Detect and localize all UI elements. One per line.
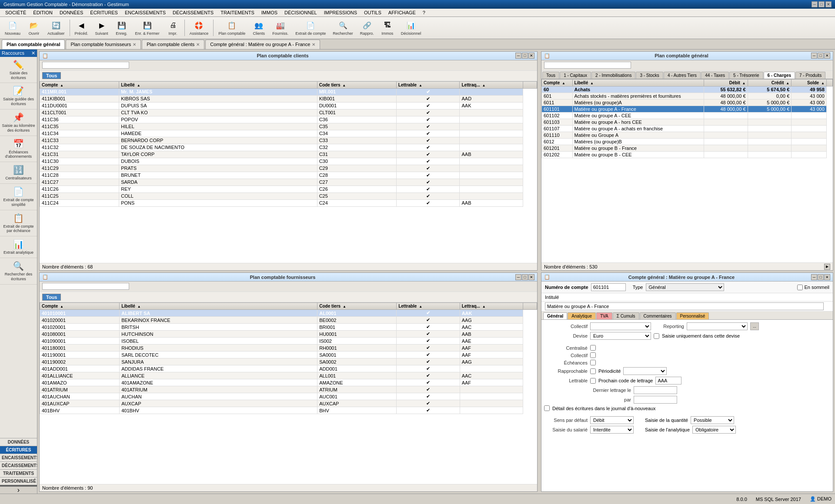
compte-detail-maximize-button[interactable]: □: [818, 274, 824, 280]
menu-edition[interactable]: ÉDITION: [30, 9, 56, 16]
plan-tab-tous[interactable]: Tous: [542, 72, 559, 79]
par-input[interactable]: [634, 396, 677, 404]
fournisseurs-col-lettraq[interactable]: Lettraq... ▲: [460, 303, 523, 310]
compte-detail-tab-cumuls[interactable]: Σ Cumuls: [613, 312, 639, 319]
fournisseurs-table-row[interactable]: 401020001 BRITSH BRI001 ✔ AAC: [40, 324, 537, 331]
clients-table-row[interactable]: 411C29 PRATS C29 ✔: [40, 165, 537, 172]
sidebar-section-donnees[interactable]: DONNÉES: [0, 438, 37, 446]
save-button[interactable]: 💾 Enreg.: [112, 18, 131, 38]
menu-donnees[interactable]: DONNÉES: [56, 9, 87, 16]
plan-general-table-scroll[interactable]: Compte ▲ Libellé ▲ Débit ▲ Crédit ▲ Sold…: [541, 79, 833, 262]
clients-table-row[interactable]: 411KIB001 KIBROS SAS KIB001 ✔ AAD: [40, 95, 537, 102]
fournisseurs-table-row[interactable]: 401080001 HUTCHINSON HU0001 ✔ AAB: [40, 331, 537, 338]
clients-filter-tous[interactable]: Tous: [42, 72, 61, 79]
intitule-input[interactable]: [545, 302, 824, 310]
plan-tab-stocks[interactable]: 3 - Stocks: [636, 72, 663, 79]
plan-table-row[interactable]: 601 Achats stockés - matières premières …: [542, 93, 833, 99]
clients-table-row[interactable]: 411C26 REY C26 ✔: [40, 186, 537, 192]
menu-help[interactable]: ?: [419, 9, 429, 16]
plan-tab-taxes[interactable]: 44 - Taxes: [701, 72, 729, 79]
fournisseurs-col-lettrable[interactable]: Lettrable ▲: [397, 303, 460, 310]
plan-tab-capitaux[interactable]: 1 - Capitaux: [560, 72, 591, 79]
menu-decisionnel[interactable]: DÉCISIONNEL: [281, 9, 321, 16]
detail-ecritures-checkbox[interactable]: [544, 405, 550, 411]
fournisseurs-table-row[interactable]: 401AUCHAN AUCHAN AUC001 ✔: [40, 393, 537, 400]
plan-table-row[interactable]: 601110 Matière ou Groupe A: [542, 132, 833, 138]
plan-general-maximize-button[interactable]: □: [818, 53, 824, 59]
clients-table-row[interactable]: 411CLT001 CLT TVA KO CLT001 ✔: [40, 109, 537, 116]
next-button[interactable]: ▶ Suivant: [92, 18, 111, 38]
clients-table-row[interactable]: 411C27 SARDA C27 ✔: [40, 179, 537, 186]
fourniss-button[interactable]: 🏭 Fourniss.: [269, 18, 291, 38]
sidebar-item-extrait-analytique[interactable]: 📊 Extrait analytique: [0, 236, 37, 258]
saisie-analytique-select[interactable]: Obligatoire: [692, 426, 736, 434]
fournisseurs-search-input[interactable]: [42, 283, 129, 290]
fournisseurs-table-row[interactable]: 401180001 RHODIUS RH0001 ✔ AAF: [40, 345, 537, 351]
sidebar-close-icon[interactable]: ✕: [31, 50, 35, 56]
extrait-compte-button[interactable]: 📄 Extrait de compte: [292, 18, 329, 38]
compte-detail-tab-personnalise[interactable]: Personnalisé: [676, 312, 709, 319]
refresh-button[interactable]: 🔄 Actualiser: [44, 18, 68, 38]
fournisseurs-col-compte[interactable]: Compte ▲: [40, 303, 120, 310]
sidebar-item-echeances[interactable]: 📅 Échéances d'abonnements: [0, 136, 37, 162]
sidebar-item-saisie-km[interactable]: 📌 Saisie au kilomètre des écritures: [0, 109, 37, 136]
maximize-button[interactable]: □: [818, 1, 825, 7]
plan-tab-produits[interactable]: 7 - Produits: [795, 72, 825, 79]
clients-col-lettrable[interactable]: Lettrable ▲: [396, 81, 460, 88]
menu-ecritures[interactable]: ÉCRITURES: [87, 9, 121, 16]
plan-tab-autres-tiers[interactable]: 4 - Autres Tiers: [664, 72, 701, 79]
sens-select[interactable]: Débit: [590, 416, 634, 424]
clients-table-row[interactable]: 411C35 HILEL C35 ✔: [40, 123, 537, 130]
lettrable-checkbox[interactable]: [590, 378, 596, 384]
sidebar-item-centralisateurs[interactable]: 🔢 Centralisateurs: [0, 162, 37, 184]
menu-traitements[interactable]: TRAITEMENTS: [217, 9, 258, 16]
reporting-btn[interactable]: ...: [750, 322, 759, 330]
rappro-button[interactable]: 🔗 Rappro.: [357, 18, 377, 38]
clients-close-button[interactable]: ✕: [528, 53, 534, 59]
clients-table-row[interactable]: 411C33 BERNARDO CORP C33 ✔: [40, 137, 537, 144]
collectif-select[interactable]: [590, 322, 651, 330]
fournisseurs-table-row[interactable]: 401090001 ISOBEL IS002 ✔ AAE: [40, 338, 537, 345]
fournisseurs-filter-tous[interactable]: Tous: [42, 294, 61, 301]
plan-general-minimize-button[interactable]: ─: [811, 53, 817, 59]
menu-outils[interactable]: OUTILS: [361, 9, 385, 16]
plan-general-search-input[interactable]: [544, 62, 631, 69]
fournisseurs-minimize-button[interactable]: ─: [515, 274, 521, 280]
clients-minimize-button[interactable]: ─: [515, 53, 521, 59]
tab-plan-clients[interactable]: Plan comptable clients ✕: [142, 40, 204, 49]
sidebar-section-personnalise[interactable]: PERSONNALISÉ: [0, 477, 37, 485]
plan-table-row[interactable]: 601201 Matière ou groupe B - France: [542, 145, 833, 151]
sidebar-section-decaissements[interactable]: DÉCAISSEMENTS: [0, 461, 37, 469]
plan-table-row[interactable]: 6011 Matières (ou groupe)A 48 000,00 € 5…: [542, 99, 833, 106]
plan-table-row[interactable]: 601107 Matière ou groupe A - achats en f…: [542, 125, 833, 132]
clients-col-libelle[interactable]: Libellé ▲: [119, 81, 317, 88]
saisie-salarie-select[interactable]: Interdite: [590, 426, 634, 434]
fournisseurs-table-row[interactable]: 401BHV 401BHV BHV ✔: [40, 407, 537, 414]
plan-table-row[interactable]: 601102 Matière ou groupe A - CEE: [542, 112, 833, 119]
save-close-button[interactable]: 💾 Enr. & Fermer: [132, 18, 163, 38]
plan-col-solde[interactable]: Solde ▲: [792, 79, 827, 86]
minimize-button[interactable]: ─: [812, 1, 818, 7]
fournisseurs-table-row[interactable]: 401ATRIUM 401ATRIUM ATRIUM ✔: [40, 386, 537, 393]
tab-plan-general[interactable]: Plan comptable général: [2, 40, 65, 49]
plan-table-row[interactable]: 601103 Matière ou groupe A - hors CEE: [542, 119, 833, 125]
clients-table-row[interactable]: 411C28 BRUNET C28 ✔: [40, 172, 537, 179]
clients-col-code-tiers[interactable]: Code tiers ▲: [317, 81, 396, 88]
clients-table-row[interactable]: 411C24 PONS C24 ✔ AAB: [40, 199, 537, 206]
fournisseurs-table-row[interactable]: 401ADD001 ADDIDAS FRANCE ADD001 ✔: [40, 365, 537, 372]
clients-search-input[interactable]: [42, 62, 129, 69]
clients-table-row[interactable]: 411C32 DE SOUZA DE NACIMIENTO C32 ✔: [40, 144, 537, 151]
plan-table-row[interactable]: 601202 Matière ou groupe B - CEE: [542, 151, 833, 158]
tab-compte-detail[interactable]: Compte général : Matière ou groupe A - F…: [205, 40, 320, 49]
fournisseurs-col-code-tiers[interactable]: Code tiers ▲: [317, 303, 397, 310]
rechercher-button[interactable]: 🔍 Rechercher: [330, 18, 356, 38]
prev-button[interactable]: ◀ Précéd.: [72, 18, 91, 38]
plan-comptable-button[interactable]: 📋 Plan comptable: [215, 18, 248, 38]
plan-general-scroll-right[interactable]: ▶: [824, 264, 830, 270]
fournisseurs-close-button[interactable]: ✕: [528, 274, 534, 280]
fournisseurs-table-row[interactable]: 401020001 BEKARINOX FRANCE BE0002 ✔ AAG: [40, 317, 537, 324]
tab-plan-fournisseurs[interactable]: Plan comptable fournisseurs ✕: [66, 40, 141, 49]
plan-col-credit[interactable]: Crédit ▲: [748, 79, 792, 86]
clients-col-compte[interactable]: Compte ▲: [40, 81, 119, 88]
clients-table-row[interactable]: 411C36 POPOV C36 ✔: [40, 116, 537, 123]
